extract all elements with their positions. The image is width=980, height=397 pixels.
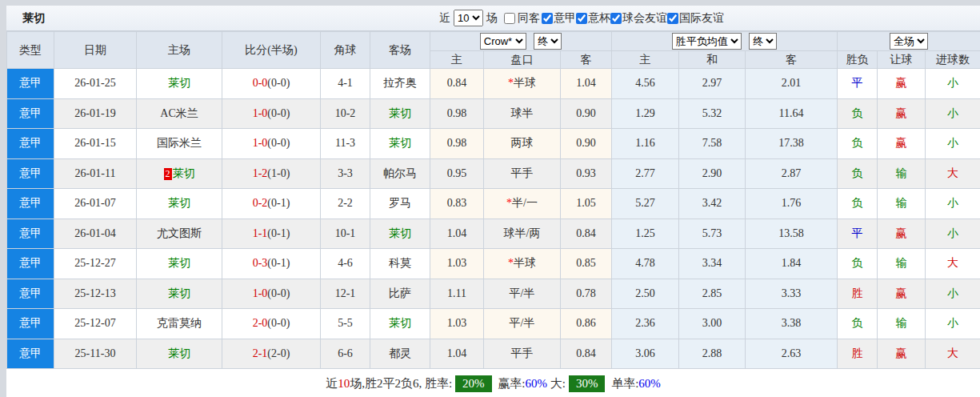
home-team-cell: 尤文图斯 — [137, 219, 222, 249]
result-value: 负 — [852, 317, 863, 329]
handicap-away-odds: 0.93 — [561, 158, 612, 189]
avg-group-header: 胜平负均值 终 — [612, 32, 838, 51]
goals-cell: 大 — [926, 339, 980, 369]
result-value: 平 — [852, 227, 863, 239]
fulltime-score: 2-0 — [253, 317, 268, 329]
result-cell: 负 — [838, 309, 878, 339]
filter-label: 国际友谊 — [679, 11, 724, 26]
home-team-cell: 国际米兰 — [137, 129, 222, 159]
goals-value: 小 — [947, 197, 958, 209]
filter-checkbox[interactable] — [610, 13, 622, 24]
score-cell: 1-2(1-0) — [222, 158, 321, 189]
filter-checkbox[interactable] — [667, 13, 678, 24]
handicap-line: 半球 — [514, 257, 536, 269]
avg-name-select[interactable]: 胜平负均值 — [672, 33, 742, 50]
away-team-name: 莱切 — [389, 137, 411, 149]
corners-cell: 4-1 — [321, 69, 370, 99]
away-team-name: 莱切 — [389, 317, 411, 329]
filter-option-2[interactable]: 意甲 — [542, 11, 576, 26]
let-result-value: 输 — [896, 167, 907, 179]
corners-cell: 5-5 — [321, 309, 370, 339]
avg-away-odds: 17.38 — [746, 129, 838, 159]
avg-away-odds: 3.38 — [746, 309, 838, 339]
summary-count: 10 — [338, 377, 350, 391]
filter-option-5[interactable]: 国际友谊 — [667, 11, 724, 26]
scope-select[interactable]: 全场 — [890, 33, 928, 50]
avg-draw-odds: 7.58 — [679, 129, 746, 159]
handicap-star: * — [508, 257, 514, 269]
handicap-home-odds: 1.03 — [430, 249, 484, 279]
league-cell: 意甲 — [7, 98, 54, 129]
away-team-name: 莱切 — [389, 107, 411, 119]
filter-checkbox[interactable] — [576, 13, 587, 24]
handicap-home-odds: 1.11 — [430, 279, 484, 309]
league-cell: 意甲 — [7, 189, 54, 219]
date-cell: 26-01-25 — [54, 69, 137, 99]
table-row: 意甲26-01-25莱切0-0(0-0)4-1拉齐奥0.84*半球1.044.5… — [7, 69, 980, 99]
filter-option-3[interactable]: 意杯 — [576, 11, 610, 26]
handicap-line-cell: *半球 — [484, 249, 561, 279]
corners-cell: 12-1 — [321, 279, 370, 309]
handicap-home-odds: 0.98 — [430, 98, 484, 129]
filter-label: 意甲 — [554, 11, 576, 26]
home-team-name: 莱切 — [168, 77, 190, 89]
halftime-score: (0-1) — [267, 197, 290, 209]
fulltime-score: 0-0 — [253, 77, 268, 89]
let-result-value: 赢 — [896, 227, 907, 239]
handicap-away-odds: 0.85 — [561, 249, 612, 279]
col-header-corners: 角球 — [321, 32, 370, 69]
avg-state-select[interactable]: 终 — [749, 33, 777, 50]
bookmaker-select[interactable]: Crow* — [480, 33, 526, 50]
goals-cell: 大 — [926, 249, 980, 279]
score-cell: 1-0(0-0) — [222, 98, 321, 129]
goals-value: 大 — [947, 257, 958, 269]
score-cell: 1-1(0-1) — [222, 219, 321, 249]
away-team-cell: 帕尔马 — [370, 158, 430, 189]
avg-away-odds: 2.87 — [746, 158, 838, 189]
avg-away-odds: 2.01 — [746, 69, 838, 99]
filter-checkbox[interactable] — [542, 13, 553, 24]
fulltime-score: 1-0 — [253, 287, 268, 299]
avg-home-odds: 2.77 — [612, 158, 679, 189]
handicap-away-odds: 0.86 — [561, 309, 612, 339]
let-result-value: 赢 — [896, 347, 907, 359]
match-history-table: 类型 日期 主场 比分(半场) 角球 客场 Crow* 终 — [6, 31, 980, 369]
avg-home-odds: 4.56 — [612, 69, 679, 99]
table-row: 意甲25-11-30莱切2-1(2-0)6-6都灵1.04平手0.843.062… — [7, 339, 980, 369]
let-result-value: 赢 — [896, 137, 907, 149]
match-count-select[interactable]: 10 — [454, 10, 483, 26]
handicap-line-cell: 两球 — [484, 129, 561, 159]
away-team-cell: 科莫 — [370, 249, 430, 279]
filter-checkbox[interactable] — [504, 13, 515, 24]
avg-draw-odds: 2.90 — [679, 158, 746, 189]
goals-value: 小 — [947, 107, 958, 119]
summary-record: 场,胜2平2负6, 胜率: — [350, 376, 452, 391]
handicap-line: 半/一 — [512, 197, 538, 209]
corners-cell: 11-3 — [321, 129, 370, 159]
halftime-score: (0-0) — [267, 287, 290, 299]
table-row: 意甲26-01-07莱切0-2(0-1)2-2罗马0.83*半/一1.055.2… — [7, 189, 980, 219]
home-team-cell: AC米兰 — [137, 98, 222, 129]
result-cell: 负 — [838, 129, 878, 159]
filter-option-1[interactable]: 同客 — [504, 11, 540, 26]
avg-home-odds: 2.50 — [612, 279, 679, 309]
result-value: 胜 — [852, 287, 863, 299]
handicap-away-odds: 1.05 — [561, 189, 612, 219]
avg-home-odds: 5.27 — [612, 189, 679, 219]
col-header-result: 胜负 — [838, 51, 878, 69]
let-result-cell: 赢 — [878, 219, 926, 249]
result-value: 负 — [852, 197, 863, 209]
let-result-cell: 赢 — [878, 69, 926, 99]
handicap-state-select[interactable]: 终 — [534, 33, 562, 50]
filter-option-4[interactable]: 球会友谊 — [610, 11, 667, 26]
league-cell: 意甲 — [7, 158, 54, 189]
result-value: 胜 — [852, 347, 863, 359]
table-row: 意甲26-01-04尤文图斯1-1(0-1)10-1莱切1.04球半/两0.84… — [7, 219, 980, 249]
handicap-home-odds: 0.84 — [430, 69, 484, 99]
home-team-name: 莱切 — [168, 257, 190, 269]
let-result-value: 赢 — [896, 77, 907, 89]
corners-cell: 10-2 — [321, 98, 370, 129]
home-team-cell: 莱切 — [137, 189, 222, 219]
result-cell: 平 — [838, 69, 878, 99]
handicap-away-odds: 0.84 — [561, 219, 612, 249]
